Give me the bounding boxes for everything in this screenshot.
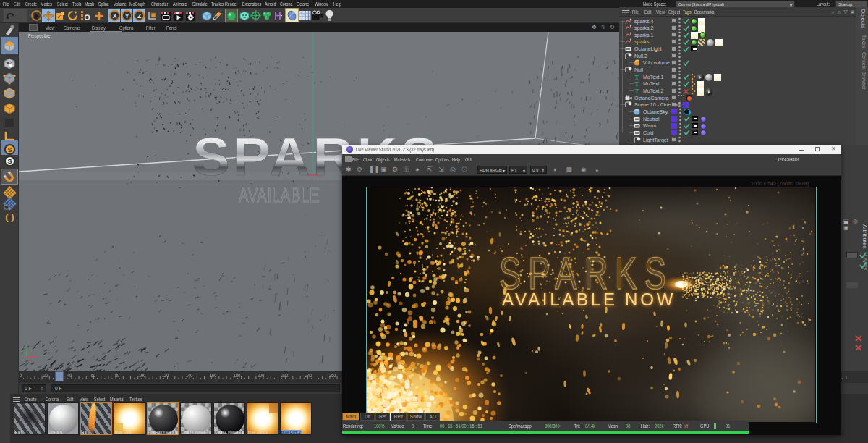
svg-text:S: S: [7, 146, 12, 153]
svg-text:Y: Y: [124, 12, 129, 20]
svg-text:S: S: [7, 158, 12, 165]
svg-text:( ): ( ): [5, 211, 14, 222]
svg-text:T: T: [634, 88, 639, 94]
svg-text:Z: Z: [137, 12, 140, 20]
svg-text:T: T: [634, 80, 639, 87]
svg-text:T: T: [634, 74, 639, 80]
svg-text:X: X: [112, 12, 116, 20]
